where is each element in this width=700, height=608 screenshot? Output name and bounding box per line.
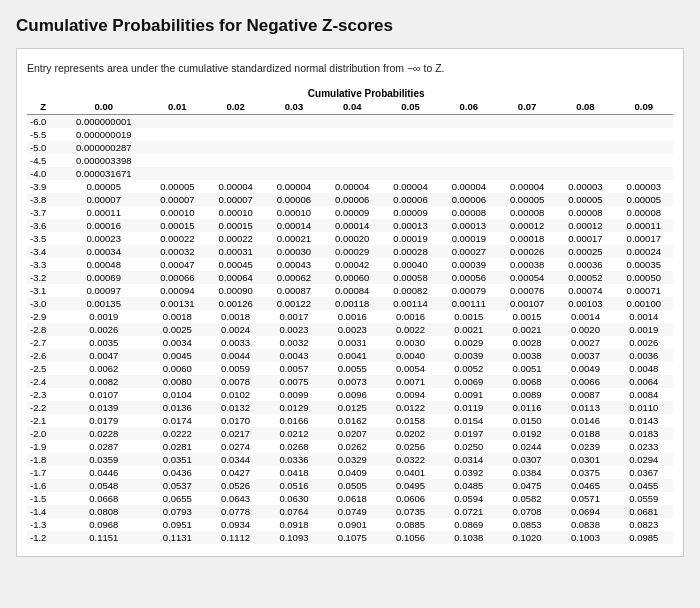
cell-r23-c2: 0.0174 <box>148 414 206 427</box>
table-row: -2.10.01790.01740.01700.01660.01620.0158… <box>27 414 673 427</box>
cell-r4-c9 <box>556 167 614 180</box>
cell-r3-c1: 0.000003398 <box>59 154 148 167</box>
cell-r24-c6: 0.0202 <box>381 427 439 440</box>
cell-r8-c5: 0.00014 <box>323 219 381 232</box>
cell-r32-c8: 0.1020 <box>498 531 556 544</box>
cell-r19-c7: 0.0052 <box>440 362 498 375</box>
cell-r10-c10: 0.00024 <box>615 245 673 258</box>
cell-r14-c9: 0.00103 <box>556 297 614 310</box>
table-row: -1.60.05480.05370.05260.05160.05050.0495… <box>27 479 673 492</box>
z-value: -3.8 <box>27 193 59 206</box>
cell-r16-c1: 0.0026 <box>59 323 148 336</box>
cell-r17-c10: 0.0026 <box>615 336 673 349</box>
cell-r5-c3: 0.00004 <box>206 180 264 193</box>
cell-r9-c8: 0.00018 <box>498 232 556 245</box>
cell-r18-c7: 0.0039 <box>440 349 498 362</box>
cell-r3-c5 <box>323 154 381 167</box>
cell-r16-c10: 0.0019 <box>615 323 673 336</box>
cell-r31-c10: 0.0823 <box>615 518 673 531</box>
cell-r19-c5: 0.0055 <box>323 362 381 375</box>
cell-r9-c9: 0.00017 <box>556 232 614 245</box>
table-row: -1.50.06680.06550.06430.06300.06180.0606… <box>27 492 673 505</box>
cell-r23-c10: 0.0143 <box>615 414 673 427</box>
cell-r12-c7: 0.00056 <box>440 271 498 284</box>
cell-r2-c1: 0.000000287 <box>59 141 148 154</box>
cell-r26-c8: 0.0307 <box>498 453 556 466</box>
cell-r32-c1: 0.1151 <box>59 531 148 544</box>
table-row: -1.40.08080.07930.07780.07640.07490.0735… <box>27 505 673 518</box>
cell-r5-c6: 0.00004 <box>381 180 439 193</box>
cell-r21-c1: 0.0107 <box>59 388 148 401</box>
cell-r2-c8 <box>498 141 556 154</box>
z-value: -2.7 <box>27 336 59 349</box>
z-value: -2.8 <box>27 323 59 336</box>
cell-r5-c1: 0.00005 <box>59 180 148 193</box>
z-value: -4.0 <box>27 167 59 180</box>
cell-r20-c6: 0.0071 <box>381 375 439 388</box>
cell-r29-c3: 0.0643 <box>206 492 264 505</box>
cell-r19-c9: 0.0049 <box>556 362 614 375</box>
cell-r20-c2: 0.0080 <box>148 375 206 388</box>
cell-r3-c6 <box>381 154 439 167</box>
cell-r14-c10: 0.00100 <box>615 297 673 310</box>
cell-r13-c9: 0.00074 <box>556 284 614 297</box>
cell-r27-c1: 0.0446 <box>59 466 148 479</box>
cell-r21-c6: 0.0094 <box>381 388 439 401</box>
cell-r4-c6 <box>381 167 439 180</box>
table-row: -5.00.000000287 <box>27 141 673 154</box>
cell-r23-c8: 0.0150 <box>498 414 556 427</box>
cell-r20-c8: 0.0068 <box>498 375 556 388</box>
table-row: -2.90.00190.00180.00180.00170.00160.0016… <box>27 310 673 323</box>
cell-r26-c2: 0.0351 <box>148 453 206 466</box>
z-score-table: Cumulative Probabilities Z0.000.010.020.… <box>27 86 673 544</box>
table-wrapper: Cumulative Probabilities Z0.000.010.020.… <box>27 86 673 544</box>
cell-r28-c7: 0.0485 <box>440 479 498 492</box>
cell-r25-c9: 0.0239 <box>556 440 614 453</box>
cell-r6-c2: 0.00007 <box>148 193 206 206</box>
cell-r18-c3: 0.0044 <box>206 349 264 362</box>
cell-r25-c10: 0.0233 <box>615 440 673 453</box>
cell-r0-c6 <box>381 114 439 128</box>
cell-r30-c3: 0.0778 <box>206 505 264 518</box>
cell-r25-c7: 0.0250 <box>440 440 498 453</box>
cell-r26-c1: 0.0359 <box>59 453 148 466</box>
cell-r3-c3 <box>206 154 264 167</box>
cell-r10-c5: 0.00029 <box>323 245 381 258</box>
table-row: -3.50.000230.000220.000220.000210.000200… <box>27 232 673 245</box>
cell-r30-c1: 0.0808 <box>59 505 148 518</box>
table-row: -2.60.00470.00450.00440.00430.00410.0040… <box>27 349 673 362</box>
cell-r7-c4: 0.00010 <box>265 206 323 219</box>
z-value: -1.3 <box>27 518 59 531</box>
z-value: -2.0 <box>27 427 59 440</box>
cell-r4-c2 <box>148 167 206 180</box>
col-header-0.09: 0.09 <box>615 99 673 115</box>
z-value: -2.4 <box>27 375 59 388</box>
z-value: -4.5 <box>27 154 59 167</box>
cell-r24-c10: 0.0183 <box>615 427 673 440</box>
cell-r9-c7: 0.00019 <box>440 232 498 245</box>
cell-r0-c10 <box>615 114 673 128</box>
cell-r32-c4: 0.1093 <box>265 531 323 544</box>
z-value: -2.3 <box>27 388 59 401</box>
cell-r23-c9: 0.0146 <box>556 414 614 427</box>
cell-r3-c10 <box>615 154 673 167</box>
cell-r12-c5: 0.00060 <box>323 271 381 284</box>
cell-r32-c2: 0.1131 <box>148 531 206 544</box>
table-row: -3.90.000050.000050.000040.000040.000040… <box>27 180 673 193</box>
table-row: -1.90.02870.02810.02740.02680.02620.0256… <box>27 440 673 453</box>
z-value: -5.5 <box>27 128 59 141</box>
cell-r17-c9: 0.0027 <box>556 336 614 349</box>
cell-r21-c3: 0.0102 <box>206 388 264 401</box>
cell-r17-c1: 0.0035 <box>59 336 148 349</box>
cell-r10-c7: 0.00027 <box>440 245 498 258</box>
cell-r5-c2: 0.00005 <box>148 180 206 193</box>
cell-r3-c4 <box>265 154 323 167</box>
cell-r29-c6: 0.0606 <box>381 492 439 505</box>
cell-r29-c4: 0.0630 <box>265 492 323 505</box>
cell-r23-c5: 0.0162 <box>323 414 381 427</box>
table-row: -1.70.04460.04360.04270.04180.04090.0401… <box>27 466 673 479</box>
table-row: -2.00.02280.02220.02170.02120.02070.0202… <box>27 427 673 440</box>
cell-r12-c8: 0.00054 <box>498 271 556 284</box>
cell-r20-c10: 0.0064 <box>615 375 673 388</box>
cell-r30-c5: 0.0749 <box>323 505 381 518</box>
